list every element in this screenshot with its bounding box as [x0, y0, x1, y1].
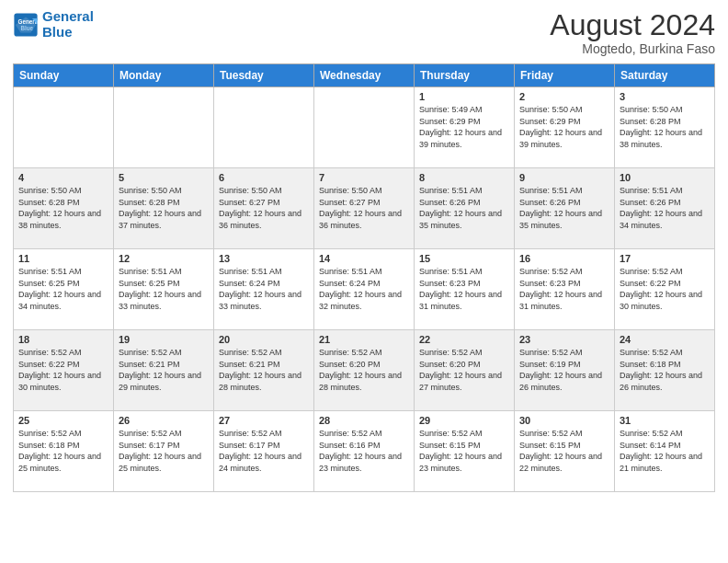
- calendar-cell: 2Sunrise: 5:50 AM Sunset: 6:29 PM Daylig…: [515, 87, 615, 168]
- calendar-cell: 6Sunrise: 5:50 AM Sunset: 6:27 PM Daylig…: [214, 168, 314, 249]
- day-info: Sunrise: 5:50 AM Sunset: 6:28 PM Dayligh…: [18, 185, 108, 231]
- day-number: 18: [18, 334, 108, 345]
- week-row-1: 1Sunrise: 5:49 AM Sunset: 6:29 PM Daylig…: [14, 87, 715, 168]
- day-info: Sunrise: 5:52 AM Sunset: 6:21 PM Dayligh…: [119, 347, 209, 393]
- day-number: 9: [519, 172, 609, 183]
- day-info: Sunrise: 5:50 AM Sunset: 6:27 PM Dayligh…: [319, 185, 409, 231]
- day-info: Sunrise: 5:52 AM Sunset: 6:19 PM Dayligh…: [519, 347, 609, 393]
- day-number: 26: [119, 415, 209, 426]
- calendar-cell: 4Sunrise: 5:50 AM Sunset: 6:28 PM Daylig…: [14, 168, 114, 249]
- day-number: 12: [119, 253, 209, 264]
- calendar-cell: 20Sunrise: 5:52 AM Sunset: 6:21 PM Dayli…: [214, 330, 314, 411]
- day-info: Sunrise: 5:49 AM Sunset: 6:29 PM Dayligh…: [419, 104, 509, 150]
- day-number: 17: [620, 253, 710, 264]
- day-info: Sunrise: 5:52 AM Sunset: 6:15 PM Dayligh…: [519, 428, 609, 474]
- day-info: Sunrise: 5:52 AM Sunset: 6:14 PM Dayligh…: [620, 428, 710, 474]
- day-number: 16: [519, 253, 609, 264]
- day-number: 13: [219, 253, 309, 264]
- day-info: Sunrise: 5:51 AM Sunset: 6:25 PM Dayligh…: [18, 266, 108, 312]
- day-number: 29: [419, 415, 509, 426]
- calendar-cell: [214, 87, 314, 168]
- day-number: 6: [219, 172, 309, 183]
- header-monday: Monday: [114, 64, 214, 87]
- day-info: Sunrise: 5:52 AM Sunset: 6:22 PM Dayligh…: [18, 347, 108, 393]
- day-number: 3: [620, 91, 710, 102]
- calendar-cell: 22Sunrise: 5:52 AM Sunset: 6:20 PM Dayli…: [415, 330, 515, 411]
- day-info: Sunrise: 5:52 AM Sunset: 6:17 PM Dayligh…: [219, 428, 309, 474]
- day-number: 25: [18, 415, 108, 426]
- logo-text: General Blue: [42, 9, 94, 40]
- day-number: 15: [419, 253, 509, 264]
- day-number: 1: [419, 91, 509, 102]
- calendar-cell: 11Sunrise: 5:51 AM Sunset: 6:25 PM Dayli…: [14, 249, 114, 330]
- calendar-cell: 28Sunrise: 5:52 AM Sunset: 6:16 PM Dayli…: [314, 411, 415, 492]
- calendar-cell: 16Sunrise: 5:52 AM Sunset: 6:23 PM Dayli…: [515, 249, 615, 330]
- calendar-cell: 18Sunrise: 5:52 AM Sunset: 6:22 PM Dayli…: [14, 330, 114, 411]
- title-block: August 2024 Mogtedo, Burkina Faso: [550, 9, 715, 56]
- day-info: Sunrise: 5:50 AM Sunset: 6:29 PM Dayligh…: [519, 104, 609, 150]
- calendar-cell: 1Sunrise: 5:49 AM Sunset: 6:29 PM Daylig…: [415, 87, 515, 168]
- day-info: Sunrise: 5:52 AM Sunset: 6:18 PM Dayligh…: [620, 347, 710, 393]
- calendar-cell: 14Sunrise: 5:51 AM Sunset: 6:24 PM Dayli…: [314, 249, 415, 330]
- calendar-table: SundayMondayTuesdayWednesdayThursdayFrid…: [13, 63, 715, 492]
- logo-icon: General Blue: [13, 12, 39, 38]
- day-number: 30: [519, 415, 609, 426]
- week-row-4: 18Sunrise: 5:52 AM Sunset: 6:22 PM Dayli…: [14, 330, 715, 411]
- header: General Blue General Blue August 2024 Mo…: [13, 9, 715, 56]
- calendar-cell: 3Sunrise: 5:50 AM Sunset: 6:28 PM Daylig…: [615, 87, 715, 168]
- day-number: 7: [319, 172, 409, 183]
- day-info: Sunrise: 5:51 AM Sunset: 6:24 PM Dayligh…: [219, 266, 309, 312]
- day-number: 8: [419, 172, 509, 183]
- header-wednesday: Wednesday: [314, 64, 415, 87]
- day-number: 21: [319, 334, 409, 345]
- day-number: 20: [219, 334, 309, 345]
- calendar-cell: 9Sunrise: 5:51 AM Sunset: 6:26 PM Daylig…: [515, 168, 615, 249]
- calendar-cell: 27Sunrise: 5:52 AM Sunset: 6:17 PM Dayli…: [214, 411, 314, 492]
- day-number: 11: [18, 253, 108, 264]
- calendar-cell: 23Sunrise: 5:52 AM Sunset: 6:19 PM Dayli…: [515, 330, 615, 411]
- logo-line1: General: [42, 8, 94, 24]
- week-row-5: 25Sunrise: 5:52 AM Sunset: 6:18 PM Dayli…: [14, 411, 715, 492]
- subtitle: Mogtedo, Burkina Faso: [550, 41, 715, 56]
- calendar-cell: 19Sunrise: 5:52 AM Sunset: 6:21 PM Dayli…: [114, 330, 214, 411]
- calendar-cell: 12Sunrise: 5:51 AM Sunset: 6:25 PM Dayli…: [114, 249, 214, 330]
- day-info: Sunrise: 5:52 AM Sunset: 6:16 PM Dayligh…: [319, 428, 409, 474]
- header-thursday: Thursday: [415, 64, 515, 87]
- week-row-2: 4Sunrise: 5:50 AM Sunset: 6:28 PM Daylig…: [14, 168, 715, 249]
- calendar-cell: 17Sunrise: 5:52 AM Sunset: 6:22 PM Dayli…: [615, 249, 715, 330]
- svg-text:Blue: Blue: [20, 24, 33, 30]
- day-info: Sunrise: 5:52 AM Sunset: 6:23 PM Dayligh…: [519, 266, 609, 312]
- day-info: Sunrise: 5:52 AM Sunset: 6:17 PM Dayligh…: [119, 428, 209, 474]
- header-sunday: Sunday: [14, 64, 114, 87]
- day-info: Sunrise: 5:51 AM Sunset: 6:24 PM Dayligh…: [319, 266, 409, 312]
- calendar-cell: [14, 87, 114, 168]
- calendar-cell: 13Sunrise: 5:51 AM Sunset: 6:24 PM Dayli…: [214, 249, 314, 330]
- calendar-header-row: SundayMondayTuesdayWednesdayThursdayFrid…: [14, 64, 715, 87]
- day-number: 23: [519, 334, 609, 345]
- calendar-cell: [114, 87, 214, 168]
- calendar-cell: 25Sunrise: 5:52 AM Sunset: 6:18 PM Dayli…: [14, 411, 114, 492]
- calendar-cell: 30Sunrise: 5:52 AM Sunset: 6:15 PM Dayli…: [515, 411, 615, 492]
- calendar-cell: 21Sunrise: 5:52 AM Sunset: 6:20 PM Dayli…: [314, 330, 415, 411]
- calendar-cell: 10Sunrise: 5:51 AM Sunset: 6:26 PM Dayli…: [615, 168, 715, 249]
- day-info: Sunrise: 5:50 AM Sunset: 6:28 PM Dayligh…: [119, 185, 209, 231]
- calendar-cell: 31Sunrise: 5:52 AM Sunset: 6:14 PM Dayli…: [615, 411, 715, 492]
- calendar-cell: 5Sunrise: 5:50 AM Sunset: 6:28 PM Daylig…: [114, 168, 214, 249]
- day-number: 24: [620, 334, 710, 345]
- calendar-cell: 24Sunrise: 5:52 AM Sunset: 6:18 PM Dayli…: [615, 330, 715, 411]
- logo: General Blue General Blue: [13, 9, 94, 40]
- day-info: Sunrise: 5:50 AM Sunset: 6:28 PM Dayligh…: [620, 104, 710, 150]
- day-number: 2: [519, 91, 609, 102]
- day-info: Sunrise: 5:50 AM Sunset: 6:27 PM Dayligh…: [219, 185, 309, 231]
- header-saturday: Saturday: [615, 64, 715, 87]
- day-info: Sunrise: 5:51 AM Sunset: 6:26 PM Dayligh…: [620, 185, 710, 231]
- main-title: August 2024: [550, 9, 715, 41]
- day-info: Sunrise: 5:52 AM Sunset: 6:20 PM Dayligh…: [419, 347, 509, 393]
- day-info: Sunrise: 5:52 AM Sunset: 6:21 PM Dayligh…: [219, 347, 309, 393]
- header-friday: Friday: [515, 64, 615, 87]
- day-info: Sunrise: 5:52 AM Sunset: 6:18 PM Dayligh…: [18, 428, 108, 474]
- day-number: 4: [18, 172, 108, 183]
- day-info: Sunrise: 5:51 AM Sunset: 6:23 PM Dayligh…: [419, 266, 509, 312]
- day-number: 27: [219, 415, 309, 426]
- day-number: 14: [319, 253, 409, 264]
